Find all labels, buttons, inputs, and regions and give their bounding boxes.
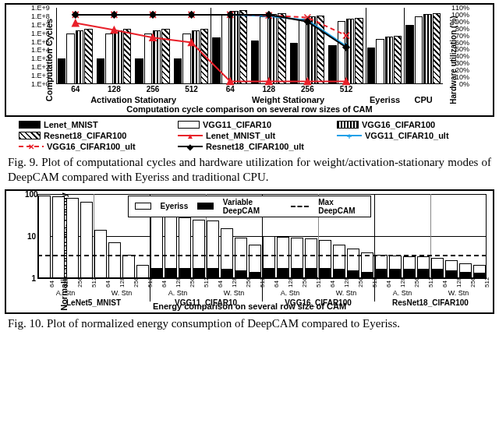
fig9-bar [84,29,92,84]
legend-label: VGG11_CIFAR10_ult [365,131,449,140]
fig9-bar [230,11,238,84]
fig10-rowlabel: 256 [189,277,196,287]
fig9-bar [299,19,306,84]
fig10-rowlabel: 512 [203,277,210,287]
fig9-legend-item: ◆Resnet18_CIFAR100_ult [178,142,331,151]
fig9-bar [144,34,152,84]
fig10-rowlabel: 128 [175,277,182,287]
fig10-bar-variable [193,268,205,277]
fig10-bar-eyeriss [136,265,149,277]
fig9-bar [192,30,200,84]
fig10-rowlabel: 64 [48,280,55,287]
legend-label: Lenet_MNIST [44,120,98,129]
fig9-bar [66,34,74,84]
svg-text:＋: ＋ [345,132,353,140]
fig10-bar-variable [375,269,388,277]
fig9-chart: Computation Cycles Hardware utilization … [5,3,494,117]
fig10-bar-variable [165,268,177,277]
fig9-ytick-left: 1.E+2 [31,63,50,71]
legend-line-icon: ▲ [178,131,203,140]
fig9-ytick-right: 0% [446,80,469,88]
fig9-bar [221,14,229,84]
fig9-bar [161,29,169,84]
fig10-bar-eyeriss [66,198,79,277]
fig10-bar-eyeriss [122,255,135,277]
fig10-bar-variable [319,268,331,277]
fig10-rowlabel: 128 [343,277,350,287]
fig9-subcat: 256 [133,85,172,93]
fig10-caption: Fig. 10. Plot of normalized energy consu… [5,314,494,331]
fig10-bar-eyeriss [108,242,121,278]
fig10-modelabel: A. Stn [262,289,318,297]
fig10-modelabel: W. Stn [206,289,262,297]
fig10-rowlabel: 512 [90,277,97,287]
fig9-bar [278,13,285,84]
fig9-ytick-right: 60% [446,39,469,47]
legend-swatch-icon [19,132,41,139]
fig9-caption: Fig. 9. Plot of computational cycles and… [5,153,494,185]
legend-swatch-icon [135,203,151,210]
legend-swatch-icon [178,121,200,129]
fig9-bar [239,10,247,84]
fig9-ytick-right: 30% [446,59,469,67]
fig9-bar [114,30,122,84]
fig9-bar [200,29,208,84]
svg-text:✕: ✕ [28,143,34,151]
fig9-ytick-left: 1.E+1 [31,72,50,79]
fig9-subcat: 128 [250,85,288,93]
svg-text:▲: ▲ [186,132,194,140]
fig9-ytick-right: 50% [446,45,469,53]
fig10-rowlabel: 512 [315,277,322,287]
fig10-bar-variable [305,268,317,277]
fig10-ytick: 10 [25,231,36,240]
fig10-rowlabel: 256 [133,277,140,287]
fig10-modelabel: W. Stn [318,289,374,297]
fig9-subcat: 512 [327,85,366,93]
fig9-bar [97,58,104,84]
fig10-rowlabel: 64 [385,280,392,287]
fig9-subcat: 512 [172,85,211,93]
fig9-bar [328,45,336,84]
fig10-bar-eyeriss [94,230,107,278]
fig9-bigcat: Weight Stationary [211,95,365,104]
fig10-bar-variable [277,268,289,277]
fig9-bar [123,29,131,84]
fig9-ytick-left: 1.E+4 [31,46,50,54]
fig9-bar [58,58,65,84]
fig9-legend-item: VGG16_CIFAR100 [337,120,490,129]
fig9-bar [260,16,267,84]
fig9-ytick-left: 1.E+9 [31,4,50,12]
fig9-ytick-right: 100% [446,11,469,19]
legend-label: VGG11_CIFAR10 [203,120,271,129]
fig10-xlabel: Energy comparison on several row size of… [6,302,493,311]
fig10-max-deepcam-line [37,255,487,256]
fig9-ytick-right: 20% [446,66,469,74]
fig10-rowlabel: 128 [62,277,69,287]
fig9-bar [135,58,143,84]
fig10-bar-variable [291,268,303,277]
fig9-bar [212,37,220,84]
fig10-bar-variable [263,268,275,277]
fig10-rowlabel: 256 [357,277,364,287]
fig10-modelabel: A. Stn [150,289,206,297]
fig9-bar [405,25,413,84]
fig10-bar-variable [207,268,219,277]
fig9-legend-item: ▲Lenet_MNIST_ult [178,131,331,140]
legend-swatch-icon [19,121,41,129]
legend-line-icon: ◆ [178,142,203,151]
fig9-legend-item: Lenet_MNIST [19,120,172,129]
fig9-ytick-right: 10% [446,73,469,81]
fig10-bar-variable [179,268,191,277]
fig9-bar [182,34,190,84]
fig10-modelabel: A. Stn [374,289,430,297]
fig10-rowlabel: 256 [413,277,420,287]
fig9-legend-item: ✕VGG16_CIFAR100_ult [19,142,172,151]
fig9-bar [251,41,259,84]
legend-label: Eyeriss [161,202,189,210]
fig9-ytick-left: 1.E+6 [31,30,50,37]
fig9-ytick-left: 1.E+5 [31,38,50,46]
fig10-rowlabel: 256 [76,277,83,287]
fig10-rowlabel: 128 [287,277,294,287]
fig10-rowlabel: 128 [231,277,238,287]
fig9-bar [394,36,402,84]
